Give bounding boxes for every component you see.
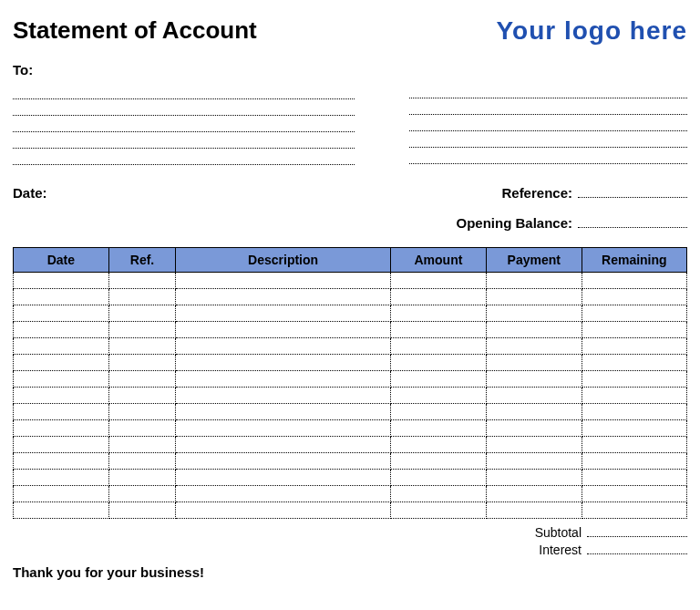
table-cell[interactable] — [176, 273, 391, 289]
table-cell[interactable] — [14, 486, 109, 502]
table-cell[interactable] — [391, 322, 487, 338]
table-cell[interactable] — [176, 305, 391, 322]
table-cell[interactable] — [14, 470, 109, 486]
table-cell[interactable] — [582, 470, 686, 486]
table-cell[interactable] — [108, 355, 175, 371]
table-cell[interactable] — [582, 305, 686, 322]
table-cell[interactable] — [14, 273, 109, 289]
table-cell[interactable] — [391, 289, 487, 305]
table-cell[interactable] — [486, 355, 582, 371]
table-cell[interactable] — [391, 502, 487, 519]
table-cell[interactable] — [582, 322, 686, 338]
reference-value[interactable] — [578, 185, 687, 198]
table-cell[interactable] — [582, 404, 686, 420]
table-cell[interactable] — [14, 404, 109, 420]
table-cell[interactable] — [108, 420, 175, 437]
table-row[interactable] — [14, 437, 687, 453]
table-cell[interactable] — [486, 371, 582, 388]
table-cell[interactable] — [391, 273, 487, 289]
table-cell[interactable] — [391, 338, 487, 355]
table-cell[interactable] — [176, 322, 391, 338]
table-cell[interactable] — [14, 388, 109, 404]
table-cell[interactable] — [108, 273, 175, 289]
table-cell[interactable] — [108, 502, 175, 519]
table-cell[interactable] — [582, 486, 686, 502]
table-row[interactable] — [14, 453, 687, 470]
opening-balance-value[interactable] — [578, 215, 687, 228]
table-cell[interactable] — [176, 453, 391, 470]
table-row[interactable] — [14, 470, 687, 486]
table-cell[interactable] — [391, 486, 487, 502]
table-cell[interactable] — [582, 453, 686, 470]
to-line-4-right[interactable] — [409, 131, 687, 148]
table-row[interactable] — [14, 338, 687, 355]
table-cell[interactable] — [486, 437, 582, 453]
table-cell[interactable] — [391, 453, 487, 470]
table-row[interactable] — [14, 486, 687, 502]
table-cell[interactable] — [582, 420, 686, 437]
table-cell[interactable] — [176, 388, 391, 404]
table-cell[interactable] — [582, 502, 686, 519]
table-row[interactable] — [14, 322, 687, 338]
subtotal-value[interactable] — [587, 524, 687, 537]
table-cell[interactable] — [391, 470, 487, 486]
table-cell[interactable] — [486, 420, 582, 437]
table-row[interactable] — [14, 273, 687, 289]
table-cell[interactable] — [176, 371, 391, 388]
table-cell[interactable] — [582, 371, 686, 388]
table-cell[interactable] — [108, 322, 175, 338]
table-cell[interactable] — [108, 404, 175, 420]
table-cell[interactable] — [108, 453, 175, 470]
table-cell[interactable] — [108, 388, 175, 404]
table-cell[interactable] — [14, 355, 109, 371]
table-row[interactable] — [14, 289, 687, 305]
table-cell[interactable] — [391, 355, 487, 371]
table-cell[interactable] — [486, 404, 582, 420]
table-cell[interactable] — [14, 322, 109, 338]
table-cell[interactable] — [108, 338, 175, 355]
table-row[interactable] — [14, 420, 687, 437]
table-cell[interactable] — [14, 289, 109, 305]
table-cell[interactable] — [14, 305, 109, 322]
table-cell[interactable] — [176, 338, 391, 355]
table-cell[interactable] — [176, 437, 391, 453]
table-cell[interactable] — [486, 322, 582, 338]
table-row[interactable] — [14, 404, 687, 420]
table-row[interactable] — [14, 388, 687, 404]
to-line-1-left[interactable] — [13, 83, 355, 99]
table-cell[interactable] — [582, 437, 686, 453]
table-cell[interactable] — [391, 371, 487, 388]
table-cell[interactable] — [176, 502, 391, 519]
table-cell[interactable] — [391, 305, 487, 322]
table-row[interactable] — [14, 502, 687, 519]
table-cell[interactable] — [486, 273, 582, 289]
table-cell[interactable] — [582, 388, 686, 404]
table-cell[interactable] — [486, 453, 582, 470]
to-line-3-left[interactable] — [13, 116, 355, 132]
to-line-4-left[interactable] — [13, 132, 355, 149]
table-cell[interactable] — [108, 470, 175, 486]
table-cell[interactable] — [176, 470, 391, 486]
table-cell[interactable] — [486, 388, 582, 404]
table-cell[interactable] — [14, 502, 109, 519]
to-line-5-left[interactable] — [13, 149, 355, 165]
table-cell[interactable] — [176, 486, 391, 502]
table-cell[interactable] — [486, 338, 582, 355]
table-cell[interactable] — [14, 453, 109, 470]
table-cell[interactable] — [582, 289, 686, 305]
table-cell[interactable] — [582, 273, 686, 289]
table-cell[interactable] — [176, 420, 391, 437]
table-row[interactable] — [14, 355, 687, 371]
table-cell[interactable] — [14, 420, 109, 437]
table-cell[interactable] — [391, 388, 487, 404]
table-cell[interactable] — [391, 420, 487, 437]
to-line-5-right[interactable] — [409, 148, 687, 164]
table-cell[interactable] — [176, 404, 391, 420]
table-cell[interactable] — [391, 437, 487, 453]
table-cell[interactable] — [108, 486, 175, 502]
table-cell[interactable] — [176, 355, 391, 371]
table-cell[interactable] — [14, 371, 109, 388]
table-cell[interactable] — [14, 338, 109, 355]
table-cell[interactable] — [582, 338, 686, 355]
table-cell[interactable] — [108, 289, 175, 305]
